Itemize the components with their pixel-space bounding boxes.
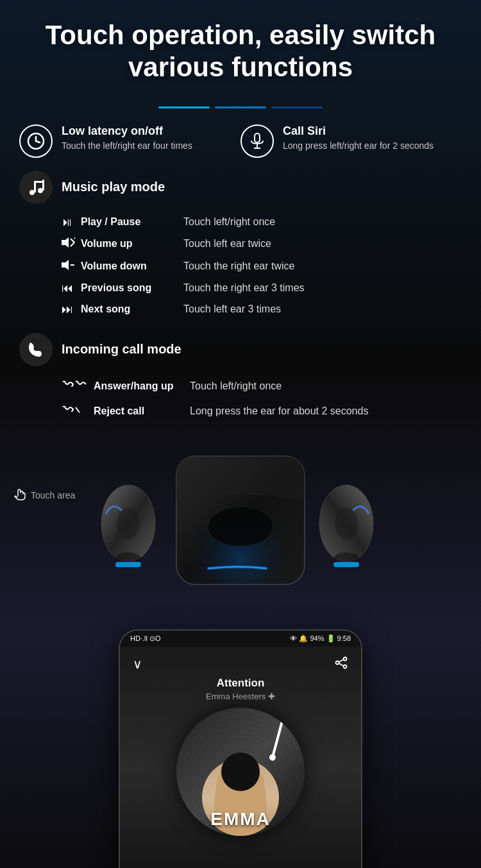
- svg-rect-29: [333, 562, 359, 567]
- reject-call-row: Reject call Long press the ear for about…: [19, 399, 462, 424]
- charging-case: [170, 450, 311, 591]
- music-icon: [19, 171, 53, 204]
- top-features-row: Low latency on/off Touch the left/right …: [19, 124, 462, 158]
- play-pause-label: Play / Pause: [81, 216, 183, 228]
- call-siri-feature: Call Siri Long press left/right ear for …: [240, 124, 462, 158]
- reject-action: Long press the ear for about 2 seconds: [190, 405, 462, 417]
- next-song-action: Touch left ear 3 times: [183, 303, 462, 315]
- artist-name: Emma Heesters ✚: [133, 692, 348, 701]
- svg-rect-3: [255, 133, 260, 142]
- song-title: Attention: [133, 677, 348, 690]
- svg-point-6: [30, 190, 35, 195]
- svg-point-33: [344, 665, 347, 668]
- left-earbud: [93, 475, 170, 578]
- right-earbud: [311, 475, 388, 578]
- svg-point-23: [117, 507, 140, 540]
- reject-label: Reject call: [94, 405, 190, 417]
- phone-status-bar: HD·.ll ⊙O 👁 🔔 94% 🔋 9:58: [120, 631, 361, 647]
- music-mode-section: Music play mode ⏯ Play / Pause Touch lef…: [19, 171, 462, 320]
- clock-icon: [19, 124, 53, 158]
- earbuds-image: [80, 437, 401, 617]
- divider-line-2: [215, 106, 266, 108]
- volume-down-icon: −: [62, 259, 81, 274]
- music-mode-header: Music play mode: [19, 171, 462, 204]
- svg-marker-11: [62, 237, 69, 248]
- phone-frame: HD·.ll ⊙O 👁 🔔 94% 🔋 9:58 ∨: [119, 629, 362, 868]
- status-left: HD·.ll ⊙O: [130, 634, 161, 643]
- svg-point-32: [336, 661, 339, 664]
- call-mode-section: Incoming call mode Answer/hang up Touch …: [19, 333, 462, 424]
- svg-point-30: [335, 507, 358, 540]
- call-siri-text: Call Siri Long press left/right ear for …: [283, 124, 434, 153]
- status-right: 👁 🔔 94% 🔋 9:58: [290, 634, 351, 643]
- svg-point-7: [38, 188, 43, 193]
- volume-up-label: Volume up: [81, 238, 183, 250]
- svg-marker-16: [62, 260, 69, 270]
- previous-song-icon: ⏮: [62, 282, 81, 295]
- answer-action: Touch left/right once: [190, 380, 462, 392]
- earbuds-display: Touch area: [0, 437, 481, 617]
- svg-line-19: [76, 407, 80, 413]
- page-title: Touch operation, easily switch various f…: [26, 19, 455, 84]
- volume-down-label: Volume down: [81, 260, 183, 272]
- phone-icon-circle: [19, 333, 53, 366]
- album-art: EMMA: [176, 708, 305, 836]
- previous-song-action: Touch the right ear 3 times: [183, 282, 462, 294]
- divider: [0, 106, 481, 108]
- phone-screen: ∨ Attention Emma Heesters ✚: [120, 647, 361, 868]
- volume-up-action: Touch left ear twice: [183, 238, 462, 250]
- svg-line-13: [71, 243, 74, 246]
- play-pause-action: Touch left/right once: [183, 216, 462, 228]
- header-section: Touch operation, easily switch various f…: [0, 0, 481, 97]
- play-pause-row: ⏯ Play / Pause Touch left/right once: [19, 212, 462, 233]
- touch-area-label: Touch area: [13, 488, 75, 502]
- previous-song-label: Previous song: [81, 282, 183, 294]
- page-container: Touch operation, easily switch various f…: [0, 0, 481, 868]
- volume-up-row: + Volume up Touch left ear twice: [19, 233, 462, 255]
- svg-rect-10: [34, 181, 44, 183]
- music-mode-title: Music play mode: [62, 180, 165, 194]
- svg-rect-22: [115, 562, 141, 567]
- hand-icon: [13, 488, 27, 502]
- low-latency-feature: Low latency on/off Touch the left/right …: [19, 124, 240, 158]
- svg-text:+: +: [73, 237, 76, 241]
- album-center: [221, 753, 260, 791]
- next-song-row: ⏭ Next song Touch left ear 3 times: [19, 299, 462, 320]
- microphone-icon: [240, 124, 274, 158]
- volume-up-icon: +: [62, 237, 81, 251]
- low-latency-text: Low latency on/off Touch the left/right …: [62, 124, 192, 153]
- phone-nav-row: ∨: [133, 656, 348, 673]
- divider-line-3: [271, 106, 323, 108]
- emma-label: EMMA: [210, 809, 271, 830]
- play-pause-icon: ⏯: [62, 216, 81, 229]
- next-song-icon: ⏭: [62, 303, 81, 316]
- svg-line-35: [339, 660, 344, 662]
- answer-label: Answer/hang up: [94, 380, 190, 392]
- answer-hangup-row: Answer/hang up Touch left/right once: [19, 374, 462, 399]
- svg-line-2: [36, 141, 40, 142]
- info-section: Low latency on/off Touch the left/right …: [0, 124, 481, 424]
- call-mode-title: Incoming call mode: [62, 342, 181, 357]
- phone-display: HD·.ll ⊙O 👁 🔔 94% 🔋 9:58 ∨: [0, 617, 481, 868]
- volume-down-row: − Volume down Touch the right ear twice: [19, 255, 462, 278]
- svg-point-31: [344, 657, 347, 660]
- svg-text:−: −: [70, 262, 73, 268]
- previous-song-row: ⏮ Previous song Touch the right ear 3 ti…: [19, 278, 462, 299]
- share-icon: [334, 656, 348, 673]
- svg-point-26: [208, 507, 273, 546]
- volume-down-action: Touch the right ear twice: [183, 260, 462, 272]
- svg-line-34: [339, 663, 344, 666]
- back-icon: ∨: [133, 656, 142, 672]
- answer-icon: [62, 379, 94, 395]
- next-song-label: Next song: [81, 303, 183, 315]
- divider-line-1: [158, 106, 210, 108]
- call-mode-header: Incoming call mode: [19, 333, 462, 366]
- reject-icon: [62, 404, 94, 420]
